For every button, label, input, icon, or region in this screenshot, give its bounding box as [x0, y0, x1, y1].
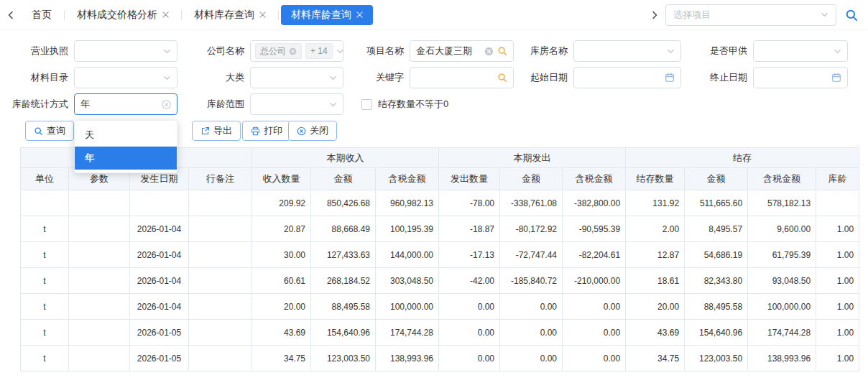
- close-icon[interactable]: [356, 11, 363, 18]
- search-icon[interactable]: [497, 73, 507, 83]
- end-date-picker[interactable]: [753, 67, 848, 88]
- aging-range-select[interactable]: [250, 93, 343, 115]
- table-cell: 578,182.13: [748, 190, 816, 216]
- table-cell: 20.00: [252, 294, 311, 320]
- table-cell: 60.61: [252, 268, 311, 294]
- calendar-icon[interactable]: [831, 73, 841, 83]
- table-row[interactable]: t2026-01-0460.61268,184.52303,048.50-42.…: [21, 268, 859, 294]
- table-cell: -338,761.08: [500, 190, 563, 216]
- dropdown-option-year[interactable]: 年: [75, 147, 177, 170]
- table-cell: 88,495.58: [311, 294, 376, 320]
- print-button[interactable]: 打印: [242, 121, 291, 141]
- table-cell: 0.00: [500, 320, 563, 346]
- table-cell: 2026-01-04: [130, 242, 189, 268]
- table-cell: 20.87: [252, 216, 311, 242]
- chevron-left-icon: [6, 11, 15, 19]
- table-cell: t: [21, 268, 69, 294]
- tab-label: 首页: [32, 9, 52, 22]
- end-date-input[interactable]: [760, 73, 828, 83]
- project-name-field[interactable]: [410, 40, 514, 62]
- start-date-picker[interactable]: [573, 67, 681, 88]
- table-cell: 154,640.96: [685, 320, 748, 346]
- table-cell: 2026-01-05: [130, 346, 189, 371]
- table-cell: [69, 216, 130, 242]
- tab-material-aging-query[interactable]: 材料库龄查询: [281, 5, 373, 25]
- table-cell: 34.75: [252, 346, 311, 371]
- export-icon: [200, 126, 210, 136]
- close-icon[interactable]: [259, 11, 266, 18]
- search-icon[interactable]: [497, 46, 507, 56]
- tab-separator: [64, 10, 65, 20]
- table-cell: -72,747.44: [500, 242, 563, 268]
- table-cell: [69, 294, 130, 320]
- tab-home[interactable]: 首页: [22, 5, 62, 25]
- column-header-issue-qty: 发出数量: [439, 168, 500, 190]
- table-cell: 61,795.39: [748, 242, 816, 268]
- table-row[interactable]: t2026-01-0534.75123,003.50138,993.960.00…: [21, 346, 859, 371]
- column-header-income-qty: 收入数量: [252, 168, 311, 190]
- business-license-select[interactable]: [74, 40, 177, 62]
- project-picker-input[interactable]: [673, 9, 816, 20]
- table-row[interactable]: t2026-01-0420.0088,495.58100,000.000.000…: [21, 294, 859, 320]
- table-row[interactable]: t2026-01-0543.69154,640.96174,744.280.00…: [21, 320, 859, 346]
- table-cell: 54,686.19: [685, 242, 748, 268]
- project-picker-select[interactable]: [665, 4, 836, 26]
- table-cell: 0.00: [500, 346, 563, 371]
- table-cell: 100,195.39: [376, 216, 439, 242]
- search-icon[interactable]: [845, 9, 858, 22]
- table-cell: 131.92: [626, 190, 685, 216]
- table-body: 209.92850,426.68960,982.13-78.00-338,761…: [21, 190, 859, 371]
- tabs-scroll-right-button[interactable]: [644, 0, 665, 30]
- group-header-income: 本期收入: [252, 148, 439, 168]
- dropdown-option-day[interactable]: 天: [75, 124, 177, 147]
- export-button[interactable]: 导出: [192, 121, 241, 141]
- table-cell: 0.00: [563, 346, 626, 371]
- table-cell: 0.00: [500, 294, 563, 320]
- start-date-input[interactable]: [580, 73, 661, 83]
- owner-supplied-select[interactable]: [753, 40, 848, 62]
- tabs-scroll-left-button[interactable]: [0, 0, 22, 30]
- column-header-issue-amount: 金额: [500, 168, 563, 190]
- table-cell: [189, 216, 252, 242]
- query-button[interactable]: 查询: [25, 121, 74, 141]
- tag-close-icon[interactable]: [289, 47, 297, 55]
- table-row[interactable]: 209.92850,426.68960,982.13-78.00-338,761…: [21, 190, 859, 216]
- clear-icon[interactable]: [484, 47, 494, 56]
- company-name-select[interactable]: 总公司 + 14: [250, 40, 343, 62]
- nonzero-balance-label: 结存数量不等于0: [378, 98, 448, 111]
- column-header-unit: 单位: [21, 168, 69, 190]
- material-catalog-label: 材料目录: [11, 67, 68, 88]
- table-cell: [189, 346, 252, 371]
- close-icon[interactable]: [162, 11, 169, 18]
- material-catalog-select[interactable]: [74, 67, 177, 88]
- tab-material-inventory-query[interactable]: 材料库存查询: [184, 5, 276, 25]
- warehouse-name-select[interactable]: [573, 40, 681, 62]
- table-row[interactable]: t2026-01-0430.00127,433.63144,000.00-17.…: [21, 242, 859, 268]
- chevron-down-icon: [821, 11, 828, 19]
- clear-icon[interactable]: [162, 100, 171, 109]
- tab-label: 材料成交价格分析: [77, 9, 157, 22]
- chevron-down-icon: [667, 47, 675, 55]
- chevron-down-icon: [163, 74, 171, 82]
- keyword-input[interactable]: [416, 73, 494, 83]
- major-category-select[interactable]: [250, 67, 343, 88]
- aging-method-dropdown: 天 年: [74, 120, 177, 173]
- close-button[interactable]: 关闭: [288, 121, 337, 141]
- table-cell: 43.69: [252, 320, 311, 346]
- export-button-label: 导出: [213, 124, 232, 137]
- tab-material-price-analysis[interactable]: 材料成交价格分析: [67, 5, 179, 25]
- aging-method-input-field[interactable]: [74, 93, 177, 115]
- table-row[interactable]: t2026-01-0420.8788,668.49100,195.39-18.8…: [21, 216, 859, 242]
- table-cell: 88,668.49: [311, 216, 376, 242]
- company-more-tag: + 14: [305, 43, 333, 59]
- table-cell: 511,665.60: [685, 190, 748, 216]
- project-name-input[interactable]: [416, 46, 481, 57]
- table-cell: 960,982.13: [376, 190, 439, 216]
- table-cell: t: [21, 320, 69, 346]
- aging-method-input[interactable]: [80, 99, 158, 110]
- keyword-field[interactable]: [410, 67, 514, 88]
- calendar-icon[interactable]: [665, 73, 675, 83]
- nonzero-balance-checkbox[interactable]: [361, 99, 372, 110]
- nonzero-balance-checkbox-wrap[interactable]: 结存数量不等于0: [361, 93, 448, 115]
- table-cell: [189, 242, 252, 268]
